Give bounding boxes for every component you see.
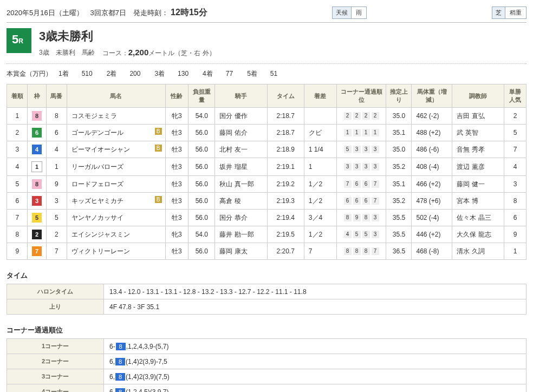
waku-badge: 4 [32,145,42,154]
track-label: 芝 [492,7,505,18]
col-rank: 着順 [7,84,28,108]
prize-line: 本賞金（万円） 1着 5102着 2003着 1304着 775着 51 [6,69,526,79]
waku-badge: 3 [32,196,42,206]
table-row: 266ゴールデンゴールB牡356.0藤岡 佑介2:18.7クビ111135.14… [7,125,526,141]
time-section-title: タイム [6,271,526,280]
track-box: 芝 稍重 [492,6,526,19]
col-name: 馬名 [67,84,166,108]
highlight-horse-icon: 8 [115,358,125,365]
horse-name: ロードフェローズ [67,176,166,193]
table-row: 188コスモジェミラ牝354.0国分 優作2:18.7222235.0462 (… [7,108,526,125]
table-row: 755ヤンヤノカッサイ牡356.0国分 恭介2:19.43／4898335.55… [7,210,526,226]
horse-name: ヤンヤノカッサイ [67,210,166,226]
time-section: タイム ハロンタイム13.4 - 12.0 - 13.1 - 13.1 - 12… [6,271,526,315]
col-wt: 負担重量 [188,84,215,108]
horse-name: リーガルバローズ [67,158,166,176]
horse-name: ビーマイオーシャンB [67,141,166,158]
time-table: ハロンタイム13.4 - 12.0 - 13.1 - 13.1 - 12.8 -… [6,284,526,315]
weather-value: 雨 [352,7,366,18]
highlight-horse-icon: 8 [115,373,125,381]
table-row: 589ロードフェローズ牡356.0秋山 真一郎2:19.21／2766735.1… [7,176,526,193]
table-row: 344ビーマイオーシャンB牡356.0北村 友一2:18.91 1/453333… [7,141,526,158]
race-title: 3歳未勝利 [39,28,216,44]
col-body: 馬体重（増減） [412,84,452,108]
col-jock: 騎手 [215,84,267,108]
col-last: 推定上り [386,84,412,108]
waku-badge: 2 [32,230,42,239]
waku-badge: 6 [32,128,42,138]
col-corner: コーナー通過順位 [336,84,386,108]
waku-badge: 8 [32,179,42,189]
col-trainer: 調教師 [452,84,504,108]
race-header: 5R 3歳未勝利 3歳 未勝利 馬齢 コース：2,200メートル（芝・右 外） [6,28,526,58]
table-header-row: 着順 枠 馬番 馬名 性齢 負担重量 騎手 タイム 着差 コーナー通過順位 推定… [7,84,526,108]
race-number-badge: 5R [6,28,31,53]
waku-badge: 8 [32,111,42,121]
corner-section-title: コーナー通過順位 [6,325,526,335]
highlight-horse-icon: 8 [115,388,125,393]
table-row: 977ヴィクトリーレーン牡356.0藤岡 康太2:20.77888736.546… [7,243,526,260]
track-value: 稍重 [505,7,526,18]
race-subtitle: 3歳 未勝利 馬齢 コース：2,200メートル（芝・右 外） [39,48,216,58]
col-sex: 性齢 [165,84,188,108]
waku-badge: 7 [32,246,42,256]
col-time: タイム [267,84,304,108]
blinker-icon: B [155,196,162,203]
col-diff: 着差 [304,84,336,108]
horse-name: エイシンジャスミン [67,226,166,243]
horse-name: ゴールデンゴールB [67,125,166,141]
header-bar: 2020年5月16日（土曜） 3回京都7日 発走時刻：12時15分 天候 雨 芝… [6,6,526,23]
weather-box: 天候 雨 [332,6,367,19]
waku-badge: 5 [32,213,42,223]
horse-name: キッズヒヤミカチB [67,193,166,210]
table-row: 411リーガルバローズ牡356.0坂井 瑠星2:19.11333335.2408… [7,158,526,176]
blinker-icon: B [155,128,162,135]
col-pop: 単勝人気 [504,84,526,108]
highlight-horse-icon: 8 [116,343,126,350]
table-row: 633キッズヒヤミカチB牡356.0高倉 稜2:19.31／2666735.24… [7,193,526,210]
race-date: 2020年5月16日（土曜） 3回京都7日 発走時刻：12時15分 [6,7,207,18]
corner-table: 1コーナー6-8,1,2,4,3,9-(5,7)2コーナー6,8(1,4)2(3… [6,338,526,392]
horse-name: ヴィクトリーレーン [67,243,166,260]
blinker-icon: B [155,145,162,152]
start-time: 12時15分 [171,8,207,17]
weather-label: 天候 [333,7,352,18]
col-num: 馬番 [46,84,67,108]
result-table: 着順 枠 馬番 馬名 性齢 負担重量 騎手 タイム 着差 コーナー通過順位 推定… [6,84,526,260]
col-waku: 枠 [28,84,46,108]
corner-section: コーナー通過順位 1コーナー6-8,1,2,4,3,9-(5,7)2コーナー6,… [6,325,526,392]
horse-name: コスモジェミラ [67,108,166,125]
waku-badge: 1 [31,161,42,172]
table-row: 822エイシンジャスミン牝354.0藤井 勘一郎2:19.51／2455335.… [7,226,526,243]
